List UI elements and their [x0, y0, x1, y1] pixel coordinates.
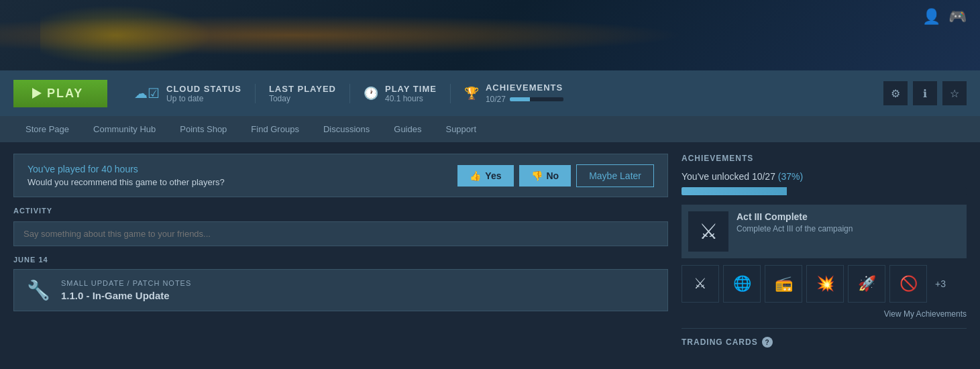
nav-find-groups[interactable]: Find Groups: [239, 116, 311, 142]
achievement-description: Complete Act III of the campaign: [737, 224, 853, 233]
mini-achievement-3: 📻: [765, 265, 802, 303]
mini-achievement-2: 🌐: [723, 265, 761, 303]
achievements-progress-fill: [510, 97, 530, 101]
achievements-text: ACHIEVEMENTS 10/27: [486, 83, 563, 104]
toolbar-stats: ☑ CLOUD STATUS Up to date LAST PLAYED To…: [121, 83, 870, 104]
left-column: You've played for 40 hours Would you rec…: [13, 154, 668, 348]
trading-cards-question-icon[interactable]: ?: [762, 337, 773, 348]
nav-bar: Store Page Community Hub Points Shop Fin…: [0, 116, 980, 143]
star-icon: ☆: [950, 87, 959, 100]
trading-cards-header: TRADING CARDS ?: [682, 337, 967, 348]
last-played-value: Today: [269, 94, 336, 103]
achievement-icons-row: ⚔ 🌐 📻 💥 🚀 🚫 +3: [682, 265, 967, 303]
info-icon: ℹ: [923, 87, 927, 100]
nav-store-page[interactable]: Store Page: [13, 116, 81, 142]
favorite-button[interactable]: ☆: [942, 81, 967, 105]
recommendation-question: Would you recommend this game to other p…: [28, 177, 225, 187]
hero-armor-graphic: [40, 0, 228, 70]
last-played-label: LAST PLAYED: [269, 84, 336, 94]
play-triangle-icon: [32, 88, 42, 99]
trading-cards-title: TRADING CARDS: [682, 337, 758, 347]
game-toolbar: PLAY ☑ CLOUD STATUS Up to date LAST PLAY…: [0, 70, 980, 116]
activity-title: ACTIVITY: [13, 207, 668, 215]
unlocked-pct: (37%): [778, 171, 803, 182]
maybe-later-button[interactable]: Maybe Later: [576, 164, 654, 187]
achievement-icon: ⚔: [699, 219, 718, 244]
gamepad-icon[interactable]: 🎮: [948, 8, 967, 25]
play-time-value: 40.1 hours: [385, 94, 437, 103]
activity-input[interactable]: [13, 221, 668, 246]
last-played-text: LAST PLAYED Today: [269, 84, 336, 103]
info-button[interactable]: ℹ: [913, 81, 937, 105]
achievements-section-title: ACHIEVEMENTS: [682, 154, 967, 163]
right-column: ACHIEVEMENTS You've unlocked 10/27 (37%)…: [682, 154, 967, 348]
cloud-status-text: CLOUD STATUS Up to date: [166, 84, 241, 103]
achievements-summary: You've unlocked 10/27 (37%): [682, 171, 967, 182]
achievement-details: Act III Complete Complete Act III of the…: [737, 211, 853, 233]
update-entry[interactable]: 🔧 SMALL UPDATE / PATCH NOTES 1.1.0 - In-…: [13, 269, 668, 311]
nav-support[interactable]: Support: [433, 116, 488, 142]
cloud-status-stat: ☑ CLOUD STATUS Up to date: [121, 84, 256, 103]
update-type: SMALL UPDATE / PATCH NOTES: [61, 279, 191, 287]
nav-guides[interactable]: Guides: [382, 116, 433, 142]
main-content: You've played for 40 hours Would you rec…: [0, 143, 980, 358]
update-text: SMALL UPDATE / PATCH NOTES 1.1.0 - In-Ga…: [61, 279, 191, 301]
unlocked-count: 10/27: [752, 171, 775, 182]
gear-icon: ⚙: [891, 87, 900, 100]
featured-achievement: ⚔ Act III Complete Complete Act III of t…: [682, 205, 967, 258]
played-hours-text: You've played for 40 hours: [28, 164, 225, 174]
mini-achievement-4: 💥: [806, 265, 844, 303]
achievement-title: Act III Complete: [737, 211, 853, 222]
update-title: 1.1.0 - In-Game Update: [61, 290, 191, 301]
play-time-text: PLAY TIME 40.1 hours: [385, 84, 437, 103]
big-achievements-progress-fill: [682, 187, 787, 195]
yes-label: Yes: [485, 170, 501, 181]
cloud-icon: ☑: [134, 85, 160, 101]
nav-community-hub[interactable]: Community Hub: [81, 116, 168, 142]
big-achievements-progress-bar: [682, 187, 967, 195]
mini-achievement-5: 🚀: [848, 265, 885, 303]
mini-achievement-1: ⚔: [682, 265, 719, 303]
wrench-icon: 🔧: [25, 279, 52, 301]
cloud-status-label: CLOUD STATUS: [166, 84, 241, 94]
play-button[interactable]: PLAY: [13, 80, 107, 107]
update-date-label: JUNE 14: [13, 256, 668, 264]
play-label: PLAY: [47, 87, 83, 101]
thumbs-down-icon: 👎: [531, 170, 543, 181]
recommendation-text: You've played for 40 hours Would you rec…: [28, 164, 225, 187]
trading-cards-section: TRADING CARDS ?: [682, 328, 967, 348]
achievements-count: 10/27: [486, 95, 506, 104]
yes-button[interactable]: 👍 Yes: [457, 165, 513, 187]
activity-section: ACTIVITY: [13, 207, 668, 256]
user-icon[interactable]: 👤: [922, 8, 940, 25]
hero-top-icons: 👤 🎮: [922, 8, 967, 25]
achievements-bar: 10/27: [486, 95, 563, 104]
play-time-stat: 🕐 PLAY TIME 40.1 hours: [350, 84, 451, 103]
nav-discussions[interactable]: Discussions: [311, 116, 382, 142]
achievements-progress-bar: [510, 97, 563, 101]
recommendation-buttons: 👍 Yes 👎 No Maybe Later: [457, 164, 654, 187]
thumbs-up-icon: 👍: [470, 170, 481, 181]
achievements-label: ACHIEVEMENTS: [486, 83, 563, 93]
achievements-stat: 🏆 ACHIEVEMENTS 10/27: [451, 83, 577, 104]
no-label: No: [547, 170, 559, 181]
hero-banner: 👤 🎮: [0, 0, 980, 70]
no-button[interactable]: 👎 No: [519, 165, 571, 187]
last-played-stat: LAST PLAYED Today: [256, 84, 350, 103]
achievement-icon-box: ⚔: [688, 211, 728, 252]
more-achievements-count: +3: [931, 278, 950, 289]
achievements-panel: ACHIEVEMENTS You've unlocked 10/27 (37%)…: [682, 154, 967, 319]
updates-section: JUNE 14 🔧 SMALL UPDATE / PATCH NOTES 1.1…: [13, 256, 668, 311]
play-time-label: PLAY TIME: [385, 84, 437, 94]
toolbar-actions: ⚙ ℹ ☆: [883, 81, 967, 105]
trophy-icon: 🏆: [464, 86, 479, 101]
nav-points-shop[interactable]: Points Shop: [168, 116, 239, 142]
recommendation-banner: You've played for 40 hours Would you rec…: [13, 154, 668, 197]
unlocked-text: You've unlocked: [682, 171, 749, 182]
mini-achievement-6: 🚫: [889, 265, 927, 303]
settings-button[interactable]: ⚙: [883, 81, 908, 105]
view-achievements-link[interactable]: View My Achievements: [682, 309, 967, 319]
cloud-status-value: Up to date: [166, 94, 241, 103]
clock-icon: 🕐: [364, 86, 378, 101]
